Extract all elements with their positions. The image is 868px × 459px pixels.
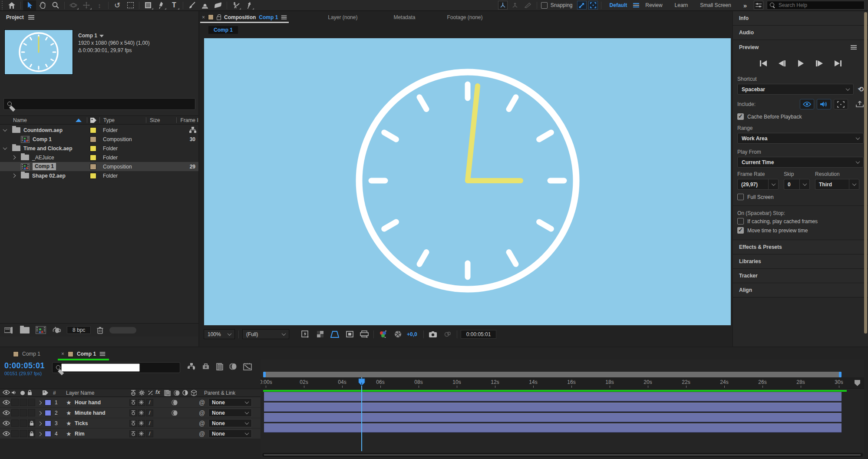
expand-icon[interactable] — [12, 155, 16, 160]
layer-collapse-switch[interactable] — [138, 430, 145, 437]
label-color-swatch[interactable] — [90, 127, 96, 133]
trash-icon[interactable] — [97, 327, 103, 334]
layer-quality-switch[interactable]: / — [146, 430, 153, 437]
collapse-transformations-column-icon[interactable] — [139, 390, 145, 396]
first-frame-button[interactable] — [758, 59, 769, 67]
layer-label-swatch[interactable] — [45, 410, 51, 416]
layer-name[interactable]: Ticks — [75, 420, 88, 426]
collapse-icon[interactable] — [3, 145, 7, 150]
layer-solo-toggle[interactable] — [20, 419, 27, 427]
panel-align[interactable]: Align — [733, 283, 868, 297]
pick-whip-icon[interactable]: @ — [199, 430, 205, 437]
layer-audio-toggle[interactable] — [11, 419, 19, 427]
guides-grid-button[interactable] — [359, 330, 370, 339]
layer-expand-icon[interactable] — [38, 411, 42, 416]
frame-blending-icon[interactable] — [216, 363, 223, 370]
share-icon[interactable] — [856, 101, 864, 108]
panel-audio[interactable]: Audio — [733, 26, 868, 40]
tab-layer[interactable]: Layer (none) — [322, 14, 363, 20]
graph-editor-icon[interactable] — [243, 363, 252, 370]
last-frame-button[interactable] — [832, 59, 844, 67]
column-name[interactable]: Name — [13, 117, 27, 123]
work-area-bar[interactable] — [263, 372, 842, 377]
layer-collapse-switch[interactable] — [138, 399, 145, 406]
layer-quality-switch[interactable]: / — [146, 420, 153, 427]
layer-visibility-toggle[interactable] — [3, 410, 10, 415]
layer-row-hour-hand[interactable]: 1 ★ Hour hand / @ None — [0, 397, 261, 408]
clone-stamp-tool[interactable] — [198, 0, 211, 10]
layer-audio-toggle[interactable] — [11, 409, 19, 416]
layer-audio-toggle[interactable] — [11, 399, 19, 406]
range-dropdown[interactable]: Work Area — [737, 133, 864, 144]
project-row-time-and-clock[interactable]: Time and Clock.aep Folder — [0, 144, 198, 153]
dolly-camera-tool[interactable]: ↕ — [93, 0, 106, 10]
layer-name-column-label[interactable]: Layer Name — [66, 390, 94, 396]
viewer-timecode[interactable]: 0:00:05:01 — [461, 330, 497, 339]
pick-whip-icon[interactable]: @ — [199, 399, 205, 406]
label-column-icon[interactable] — [90, 117, 97, 123]
pan-camera-tool[interactable] — [80, 0, 93, 10]
resolution-dropdown[interactable]: (Full) — [242, 329, 289, 339]
layer-expand-icon[interactable] — [38, 401, 42, 405]
shy-column-icon[interactable] — [130, 390, 136, 396]
draft-3d-icon[interactable] — [201, 363, 210, 370]
full-screen-row[interactable]: Full Screen — [737, 194, 864, 200]
type-tool[interactable]: T — [168, 0, 181, 10]
layer-name[interactable]: Rim — [75, 431, 85, 437]
workspace-small-screen[interactable]: Small Screen — [700, 2, 731, 8]
layer-motion-blur-switch[interactable] — [171, 400, 178, 406]
time-ruler[interactable]: 0:00s02s04s06s08s10s12s14s16s18s20s22s24… — [261, 377, 864, 389]
local-axis-mode[interactable] — [498, 1, 508, 10]
parent-dropdown[interactable]: None — [208, 419, 252, 427]
cache-before-playback-row[interactable]: Cache Before Playback — [737, 113, 864, 120]
layer-visibility-toggle[interactable] — [3, 400, 10, 405]
composition-marker-button[interactable] — [854, 380, 861, 386]
parent-link-column-label[interactable]: Parent & Link — [204, 390, 235, 396]
adjustment-layer-column-icon[interactable] — [182, 390, 188, 396]
new-composition-icon[interactable] — [36, 326, 46, 334]
comp-mini-flowchart-icon[interactable] — [188, 363, 195, 370]
take-snapshot-button[interactable] — [427, 330, 439, 339]
layer-collapse-switch[interactable] — [138, 420, 145, 427]
layer-row-minute-hand[interactable]: 2 ★ Minute hand / @ None — [0, 408, 261, 418]
home-button[interactable] — [5, 0, 18, 10]
snap-along-edges-button[interactable] — [577, 1, 587, 10]
hand-tool[interactable] — [36, 0, 49, 10]
workspace-overflow-chevrons[interactable]: » — [743, 2, 747, 9]
layer-audio-toggle[interactable] — [11, 430, 19, 437]
lock-column-icon[interactable] — [27, 390, 32, 396]
timeline-horizontal-scrollbar[interactable] — [262, 453, 863, 457]
effects-column-label[interactable]: fx — [155, 389, 160, 395]
tab-metadata[interactable]: Metadata — [387, 14, 421, 20]
layer-label-swatch[interactable] — [45, 420, 51, 426]
world-axis-mode[interactable] — [508, 0, 521, 10]
move-time-row[interactable]: Move time to preview time — [737, 227, 864, 234]
workspace-menu-icon[interactable] — [633, 3, 639, 7]
composition-name[interactable]: Comp 1 — [78, 33, 97, 39]
panel-scroll-pill[interactable] — [109, 327, 136, 334]
search-help-input[interactable] — [779, 2, 852, 8]
sidebar-scrollbar[interactable] — [864, 12, 867, 334]
include-video-button[interactable] — [800, 99, 814, 109]
column-type[interactable]: Type — [103, 117, 115, 123]
layer-name[interactable]: Hour hand — [75, 400, 101, 406]
view-axis-mode[interactable] — [521, 0, 535, 10]
timeline-tab-comp1-active[interactable]: × Comp 1 — [56, 348, 111, 360]
parent-dropdown[interactable]: None — [208, 398, 252, 406]
composition-canvas[interactable] — [204, 38, 731, 325]
cache-before-playback-checkbox[interactable] — [737, 113, 744, 120]
project-search-input[interactable] — [15, 101, 191, 107]
eraser-tool[interactable] — [211, 0, 224, 10]
brush-tool[interactable] — [185, 0, 198, 10]
interpret-footage-icon[interactable] — [4, 327, 14, 334]
number-column-label[interactable]: # — [53, 390, 56, 396]
layer-lock-toggle[interactable] — [28, 419, 35, 427]
timeline-search-input[interactable] — [61, 363, 140, 372]
reset-icon[interactable]: ⟲ — [858, 85, 864, 93]
solo-column-icon[interactable] — [20, 391, 25, 395]
layer-solo-toggle[interactable] — [20, 430, 27, 437]
layer-shy-switch[interactable] — [129, 430, 137, 437]
column-frame-rate[interactable]: Frame I — [180, 117, 198, 123]
project-row-shape02[interactable]: Shape 02.aep Folder — [0, 171, 198, 180]
play-from-dropdown[interactable]: Current Time — [737, 157, 864, 168]
